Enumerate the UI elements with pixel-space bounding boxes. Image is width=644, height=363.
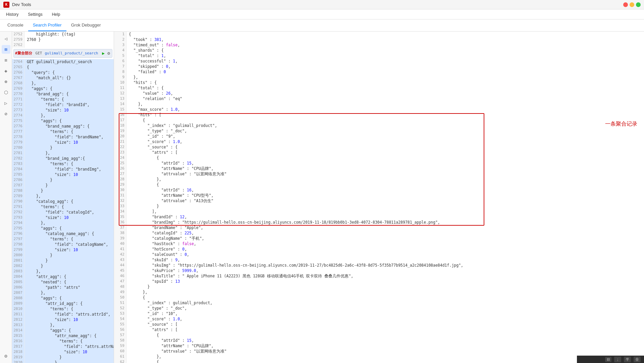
left-code-line: 2792 "field": "catalogId", — [12, 210, 114, 215]
minimize-button[interactable] — [630, 2, 634, 7]
line-number: 2790 — [12, 199, 25, 204]
code-editor[interactable]: 2752 highlight: {(tag)27592760 }2762 #聚合… — [12, 32, 114, 363]
line-number: 2801 — [12, 258, 25, 263]
left-code-line: 2793 "size": 10 — [12, 215, 114, 220]
line-number: 4 — [114, 48, 127, 53]
tab-grok-debugger[interactable]: Grok Debugger — [66, 19, 106, 31]
sidebar-icon-7[interactable]: ▷ — [2, 99, 10, 107]
left-code-line: 2812 "size": 10 — [12, 317, 114, 322]
line-content: "attr_id_agg": { — [25, 301, 114, 306]
sidebar-icon-3[interactable]: ≡ — [2, 56, 10, 64]
titlebar: K Dev Tools — [0, 0, 644, 9]
line-content: "timed_out" : false, — [127, 42, 644, 48]
line-number: 61 — [114, 354, 127, 359]
menu-help[interactable]: Help — [50, 11, 62, 18]
line-number: 21 — [114, 139, 127, 144]
line-content: "brandImg" : "https://gulimall-hello.oss… — [127, 220, 644, 225]
line-content: }, — [25, 113, 114, 118]
line-number: 3 — [114, 42, 127, 48]
sidebar-icon-4[interactable]: ◈ — [2, 66, 10, 75]
maximize-button[interactable] — [636, 2, 641, 7]
line-content: "_score" : 1.0, — [127, 316, 644, 322]
close-button[interactable] — [623, 2, 628, 7]
line-content: } — [25, 183, 114, 188]
menu-settings[interactable]: Settings — [26, 11, 44, 18]
right-code-line: 2 "took" : 381, — [114, 37, 644, 42]
query-toolbar-right: ▶ ⚙ — [101, 50, 111, 57]
line-number: 2771 — [12, 97, 25, 102]
line-number: 2774 — [12, 113, 25, 118]
line-number: 24 — [114, 155, 127, 161]
line-number: 38 — [114, 230, 127, 236]
tab-console[interactable]: Console — [3, 19, 28, 31]
right-code-line: 40 "hasStock" : false, — [114, 241, 644, 246]
left-code-line: 2769 "aggs": { — [12, 86, 114, 91]
line-content — [25, 42, 114, 48]
sidebar-icon-8[interactable]: ⊘ — [2, 109, 10, 118]
line-content: "catalog_agg": { — [25, 199, 114, 204]
line-number: 10 — [114, 80, 127, 85]
sidebar-icon-5[interactable]: ⊕ — [2, 77, 10, 86]
line-number: 2791 — [12, 204, 25, 210]
line-content: "size": 10 — [25, 172, 114, 177]
line-number: 2759 — [12, 37, 25, 42]
line-number: 16 — [114, 112, 127, 118]
line-number: 49 — [114, 289, 127, 295]
response-viewer[interactable]: 1{2 "took" : 381,3 "timed_out" : false,4… — [114, 32, 644, 363]
run-button[interactable]: ▶ — [101, 50, 105, 57]
left-code-line: 27592760 } — [12, 37, 114, 42]
line-content: }, — [25, 81, 114, 86]
line-content: "_shards" : { — [127, 48, 644, 53]
line-content: "_type" : "_doc", — [127, 306, 644, 311]
line-content: "match_all": {} — [25, 75, 114, 81]
right-code-line: 18 "_index" : "gulimall_product", — [114, 123, 644, 128]
line-content: "_id" : "9", — [127, 134, 644, 139]
left-code-line: 2818 "size": 10 — [12, 349, 114, 355]
line-content: }, — [25, 290, 114, 296]
menu-history[interactable]: History — [4, 11, 20, 18]
line-content: "_id" : "10", — [127, 311, 644, 316]
main-area: ◁ ⊞ ≡ ◈ ⊕ ⬡ ▷ ⊘ ⚙ 2752 highlight: {(tag)… — [0, 32, 644, 363]
left-code-line: 2796 "catalog_name_agg": { — [12, 231, 114, 236]
line-number: 37 — [114, 225, 127, 230]
line-content: }, — [127, 101, 644, 107]
line-number: 2789 — [12, 193, 25, 199]
right-code-line: 41 "hotScore" : 0, — [114, 246, 644, 252]
sidebar-icon-2[interactable]: ⊞ — [2, 45, 10, 54]
line-content: "size": 10 — [25, 317, 114, 322]
sidebar-icon-1[interactable]: ◁ — [2, 34, 10, 43]
line-content: "aggs": { — [25, 118, 114, 124]
line-number: 36 — [114, 220, 127, 225]
line-content: "size": 10 — [25, 107, 114, 113]
line-number: 14 — [114, 101, 127, 107]
line-number: 6 — [114, 58, 127, 64]
line-content: "took" : 381, — [127, 37, 644, 42]
right-code-line: 20 "_id" : "9", — [114, 134, 644, 139]
line-number: 2810 — [12, 306, 25, 312]
line-number: 11 — [114, 85, 127, 91]
line-content: "field": "catalogId", — [25, 210, 114, 215]
line-number: 2784 — [12, 167, 25, 172]
tab-search-profiler[interactable]: Search Profiler — [28, 19, 66, 31]
line-number: 46 — [114, 273, 127, 279]
line-content: }, — [25, 150, 114, 156]
line-content: } — [25, 263, 114, 269]
line-number: 2805 — [12, 279, 25, 285]
line-number: 55 — [114, 322, 127, 327]
line-number: 2782 — [12, 156, 25, 161]
tools-button[interactable]: ⚙ — [107, 50, 111, 57]
line-content: }, — [127, 354, 644, 359]
sidebar-icon-6[interactable]: ⬡ — [2, 88, 10, 97]
line-content: "skuPrice" : 5999.0, — [127, 268, 644, 273]
line-number: 2770 — [12, 91, 25, 97]
line-content: "size": 10 — [25, 349, 114, 355]
line-content: "field": "brandImg", — [25, 167, 114, 172]
line-number: 33 — [114, 203, 127, 209]
left-code-line: 2752 highlight: {(tag) — [12, 32, 114, 37]
right-code-line: 44 "skuImg" : "https://gulimall-hello.os… — [114, 263, 644, 268]
sidebar-icon-9[interactable]: ⚙ — [2, 352, 10, 360]
line-number: 2806 — [12, 285, 25, 290]
right-code-line: 57 { — [114, 332, 644, 338]
left-code-line: 2817 "field": "attrs.attrName", — [12, 344, 114, 349]
line-content: "field": "brandId", — [25, 102, 114, 107]
